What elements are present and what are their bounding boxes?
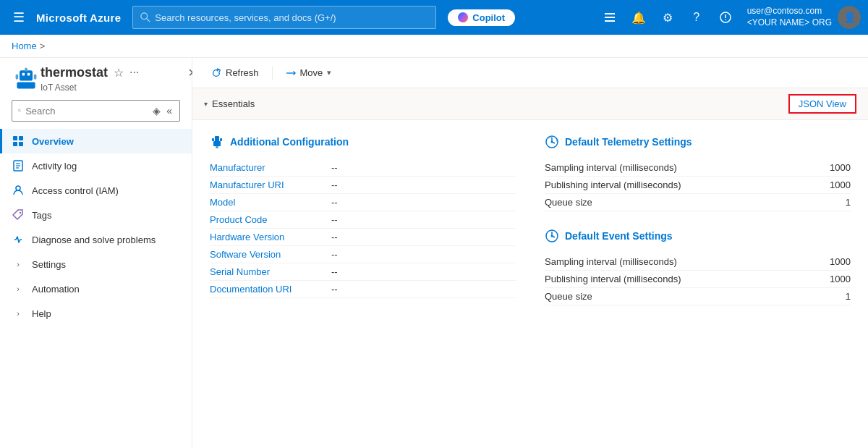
additional-config-fields: Manufacturer--Manufacturer URI--Model--P… [210,159,516,298]
more-options-icon[interactable]: ··· [129,66,139,79]
svg-rect-29 [213,141,221,146]
svg-rect-19 [13,142,17,146]
refresh-icon [211,68,221,78]
sidebar-item-label-tags: Tags [32,210,51,221]
activity-log-icon [12,159,25,172]
favorite-icon[interactable]: ☆ [114,66,124,80]
settings-icon[interactable]: ⚙ [655,4,681,30]
move-button[interactable]: Move ▾ [278,64,339,82]
prop-value: -- [331,162,338,173]
sidebar-item-diagnose[interactable]: Diagnose and solve problems [0,227,192,252]
pin-icon[interactable]: ◈ [151,103,162,118]
nav-icon-group: 🔔 ⚙ ? [597,4,739,30]
svg-point-34 [551,141,553,143]
svg-rect-32 [216,146,218,148]
prop-label: Software Version [210,249,326,260]
json-view-button[interactable]: JSON View [788,94,856,114]
help-icon[interactable]: ? [684,4,710,30]
svg-rect-2 [605,13,615,14]
telemetry-value: 1 [807,197,851,208]
event-row: Sampling interval (milliseconds)1000 [545,253,851,271]
svg-rect-31 [220,138,222,141]
sidebar-item-help[interactable]: › Help [0,301,192,326]
prop-label: Serial Number [210,266,326,277]
access-control-icon [12,184,25,197]
move-icon [286,68,296,78]
prop-row: Documentation URI-- [210,281,516,298]
prop-value: -- [331,214,338,225]
svg-rect-13 [34,75,37,80]
breadcrumb-home[interactable]: Home [12,41,37,51]
top-navigation: ☰ Microsoft Azure Search resources, serv… [0,0,868,35]
event-value: 1000 [807,274,851,284]
search-icon [140,12,150,22]
resource-header: thermostat ☆ ··· × IoT Asset [0,58,192,96]
sidebar-item-label-activity-log: Activity log [32,161,77,172]
refresh-button[interactable]: Refresh [204,64,266,82]
portal-menu-icon[interactable] [597,4,623,30]
essentials-bar: ▾ Essentials JSON View [192,88,868,120]
event-row: Queue size1 [545,288,851,305]
telemetry-value: 1000 [807,179,851,190]
right-settings-col: Default Telemetry Settings Sampling inte… [545,135,851,305]
settings-expand-icon: › [12,258,25,271]
collapse-icon[interactable]: « [165,103,174,118]
svg-rect-20 [19,142,23,146]
telemetry-label: Queue size [545,197,807,208]
event-icon [545,229,559,243]
prop-label: Manufacturer [210,162,326,173]
overview-icon [12,135,25,148]
prop-row: Software Version-- [210,246,516,263]
sidebar-item-label-automation: Automation [32,284,80,295]
prop-row: Model-- [210,194,516,211]
automation-expand-icon: › [12,282,25,295]
sidebar-item-label-help: Help [32,308,51,319]
svg-line-1 [147,19,150,22]
essentials-chevron-icon[interactable]: ▾ [204,100,208,108]
prop-value: -- [331,197,338,208]
help-expand-icon: › [12,307,25,320]
event-label: Sampling interval (milliseconds) [545,256,807,267]
sidebar-item-label-diagnose: Diagnose and solve problems [32,234,156,245]
resource-title: thermostat [41,65,108,80]
notifications-icon[interactable]: 🔔 [626,4,652,30]
feedback-icon[interactable] [712,4,739,30]
sidebar-item-tags[interactable]: Tags [0,203,192,227]
additional-config-title: Additional Configuration [210,135,516,149]
content-area: Refresh Move ▾ ▾ Essentials JSON View [192,58,868,448]
sidebar-item-overview[interactable]: Overview [0,129,192,153]
copilot-button[interactable]: Copilot [448,9,515,26]
svg-rect-30 [212,138,214,141]
diagnose-icon [12,233,25,246]
telemetry-title: Default Telemetry Settings [545,135,851,149]
event-section: Default Event Settings Sampling interval… [545,229,851,305]
additional-config-icon [210,135,224,149]
content-sections: Additional Configuration Manufacturer--M… [192,120,868,320]
svg-rect-18 [19,136,23,140]
sidebar-search-icon [18,106,21,116]
sidebar-item-automation[interactable]: › Automation [0,276,192,301]
event-value: 1 [807,291,851,302]
user-profile[interactable]: user@contoso.com <YOUR NAME> ORG 👤 [747,6,861,29]
global-search-bar[interactable]: Search resources, services, and docs (G+… [132,6,436,29]
telemetry-row: Publishing interval (milliseconds)1000 [545,177,851,194]
hamburger-menu[interactable]: ☰ [7,9,30,25]
svg-rect-11 [17,82,35,88]
tags-icon [12,208,25,221]
prop-label: Hardware Version [210,232,326,242]
sidebar-item-access-control[interactable]: Access control (IAM) [0,178,192,203]
sidebar-item-activity-log[interactable]: Activity log [0,153,192,178]
sidebar-nav-items: Overview Activity log Access control (IA… [0,129,192,326]
event-value: 1000 [807,256,851,267]
telemetry-row: Queue size1 [545,194,851,211]
sidebar-item-label-overview: Overview [32,136,74,147]
resource-subtitle: IoT Asset [41,83,197,93]
prop-label: Manufacturer URI [210,179,326,190]
sidebar-search-actions: ◈ « [151,103,174,118]
sidebar-item-settings[interactable]: › Settings [0,252,192,276]
user-org: <YOUR NAME> ORG [747,17,832,29]
sidebar-search-box[interactable]: ◈ « [12,100,180,122]
prop-row: Hardware Version-- [210,229,516,246]
prop-value: -- [331,266,338,277]
sidebar-search-input[interactable] [25,106,147,117]
